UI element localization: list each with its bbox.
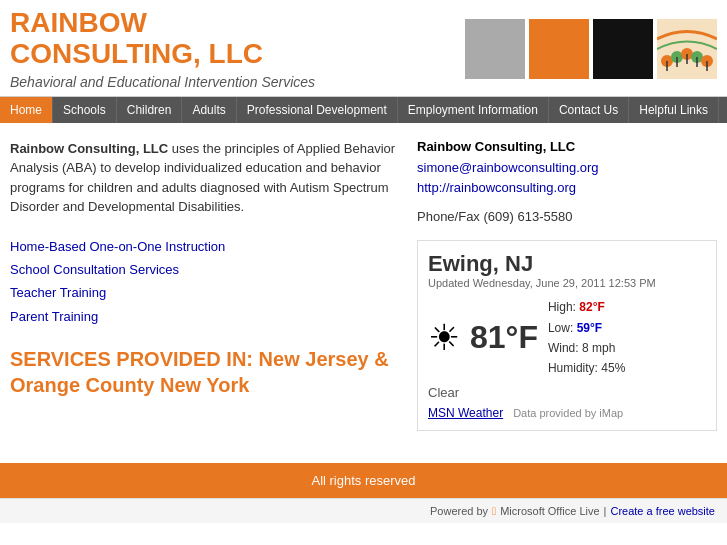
weather-high: High: 82°F: [548, 297, 625, 317]
service-item-2[interactable]: School Consultation Services: [10, 258, 397, 281]
services-provided-text: SERVICES PROVIDED IN: New Jersey & Orang…: [10, 346, 397, 398]
left-column: Rainbow Consulting, LLC uses the princip…: [10, 139, 397, 447]
separator: |: [604, 505, 607, 517]
site-header: RAINBOW CONSULTING, LLC Behavioral and E…: [0, 0, 727, 97]
main-content: Rainbow Consulting, LLC uses the princip…: [0, 123, 727, 463]
weather-humidity: Humidity: 45%: [548, 358, 625, 378]
low-value: 59°F: [577, 321, 602, 335]
weather-details: High: 82°F Low: 59°F Wind: 8 mph Humidit…: [548, 297, 625, 379]
weather-low: Low: 59°F: [548, 318, 625, 338]
service-item-3[interactable]: Teacher Training: [10, 281, 397, 304]
ms-logo: : [492, 505, 496, 517]
weather-body: ☀ 81°F High: 82°F Low: 59°F Wind: 8 mph: [428, 297, 706, 379]
powered-by-label: Powered by: [430, 505, 488, 517]
weather-icon: ☀: [428, 317, 460, 359]
title-line2: CONSULTING, LLC: [10, 38, 263, 69]
header-images: [465, 8, 717, 90]
contact-email[interactable]: simone@rainbowconsulting.org: [417, 158, 717, 179]
high-label: High:: [548, 300, 576, 314]
nav-item-employment[interactable]: Employment Information: [398, 97, 549, 123]
right-column: Rainbow Consulting, LLC simone@rainbowco…: [417, 139, 717, 447]
humidity-value: 45%: [601, 361, 625, 375]
nav-item-adults[interactable]: Adults: [182, 97, 236, 123]
weather-updated: Updated Wednesday, June 29, 2011 12:53 P…: [428, 277, 706, 289]
header-box-image: [657, 19, 717, 79]
services-list: Home-Based One-on-One Instruction School…: [10, 235, 397, 329]
contact-website[interactable]: http://rainbowconsulting.org: [417, 178, 717, 199]
header-box-orange: [529, 19, 589, 79]
header-box-gray: [465, 19, 525, 79]
navigation: Home Schools Children Adults Professiona…: [0, 97, 727, 123]
weather-footer: MSN Weather Data provided by iMap: [428, 406, 706, 420]
contact-block: Rainbow Consulting, LLC simone@rainbowco…: [417, 139, 717, 225]
weather-widget: Ewing, NJ Updated Wednesday, June 29, 20…: [417, 240, 717, 431]
weather-wind: Wind: 8 mph: [548, 338, 625, 358]
header-left: RAINBOW CONSULTING, LLC Behavioral and E…: [10, 8, 465, 90]
humidity-label: Humidity:: [548, 361, 598, 375]
weather-city: Ewing, NJ: [428, 251, 706, 277]
nav-item-home[interactable]: Home: [0, 97, 53, 123]
nav-item-schools[interactable]: Schools: [53, 97, 117, 123]
msn-weather-link[interactable]: MSN Weather: [428, 406, 503, 420]
contact-company-name: Rainbow Consulting, LLC: [417, 139, 717, 154]
service-item-4[interactable]: Parent Training: [10, 305, 397, 328]
intro-paragraph: Rainbow Consulting, LLC uses the princip…: [10, 139, 397, 217]
nav-item-professional-development[interactable]: Professional Development: [237, 97, 398, 123]
nav-item-site-map[interactable]: Site Map: [719, 97, 727, 123]
site-title: RAINBOW CONSULTING, LLC: [10, 8, 465, 70]
phone-fax: Phone/Fax (609) 613-5580: [417, 209, 717, 224]
wind-value: 8 mph: [582, 341, 615, 355]
weather-condition-label: Clear: [428, 385, 706, 400]
nav-item-contact[interactable]: Contact Us: [549, 97, 629, 123]
low-label: Low:: [548, 321, 573, 335]
header-box-black: [593, 19, 653, 79]
ms-name: Microsoft Office Live: [500, 505, 599, 517]
title-line1: RAINBOW: [10, 7, 147, 38]
nav-item-helpful-links[interactable]: Helpful Links: [629, 97, 719, 123]
wind-label: Wind:: [548, 341, 579, 355]
nav-item-children[interactable]: Children: [117, 97, 183, 123]
weather-data-source: Data provided by iMap: [513, 407, 623, 419]
company-name-bold: Rainbow Consulting, LLC: [10, 141, 168, 156]
service-item-1[interactable]: Home-Based One-on-One Instruction: [10, 235, 397, 258]
site-subtitle: Behavioral and Educational Intervention …: [10, 74, 465, 90]
footer-text: All rights reserved: [311, 473, 415, 488]
footer: All rights reserved: [0, 463, 727, 498]
powered-by-bar: Powered by  Microsoft Office Live | Cre…: [0, 498, 727, 523]
create-free-website-link[interactable]: Create a free website: [610, 505, 715, 517]
high-value: 82°F: [579, 300, 604, 314]
weather-temperature: 81°F: [470, 319, 538, 356]
